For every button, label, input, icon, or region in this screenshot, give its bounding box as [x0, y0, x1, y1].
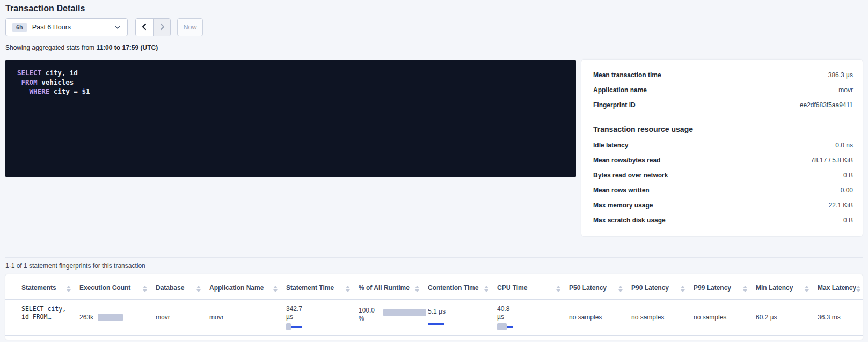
time-toolbar: 6h Past 6 Hours Now	[5, 18, 863, 36]
prev-time-button[interactable]	[136, 19, 153, 36]
resource-value: 78.17 / 5.8 KiB	[811, 157, 853, 164]
resource-label: Max memory usage	[593, 202, 653, 209]
cell-p50-latency: no samples	[569, 300, 631, 335]
resource-row: Mean rows written 0.00	[593, 183, 853, 198]
cell-p90-latency: no samples	[631, 300, 694, 335]
sql-line: SELECT city, id	[17, 68, 564, 78]
cell-execution-count: 263k	[79, 300, 156, 335]
sort-icon[interactable]	[415, 286, 419, 292]
sort-icon[interactable]	[556, 286, 560, 292]
chevron-down-icon	[114, 24, 121, 31]
column-header-contention-time[interactable]: Contention Time	[428, 284, 497, 294]
resource-label: Mean rows/bytes read	[593, 157, 660, 164]
next-time-button[interactable]	[153, 19, 170, 36]
execution-count-bar	[98, 314, 123, 321]
cell-max-latency: 36.3 ms	[818, 300, 863, 335]
chevron-left-icon	[141, 23, 148, 32]
time-range-badge: 6h	[12, 23, 27, 32]
fingerprint-count-note: 1-1 of 1 statement fingerprints for this…	[5, 262, 863, 270]
summary-row: Mean transaction time 386.3 µs	[593, 68, 853, 83]
resource-value: 22.1 KiB	[829, 202, 853, 209]
column-header-p90-latency[interactable]: P90 Latency	[631, 284, 694, 294]
sql-line: WHERE city = $1	[17, 87, 564, 96]
resource-label: Mean rows written	[593, 187, 650, 194]
transaction-details-page: Transaction Details 6h Past 6 Hours Now …	[0, 0, 868, 340]
pct-runtime-value: 100.0 %	[359, 307, 381, 335]
cell-statement-time: 342.7 µs	[286, 300, 359, 335]
stats-note-range: 11:00 to 17:59 (UTC)	[96, 44, 158, 51]
section-divider	[5, 257, 863, 258]
time-range-label: Past 6 Hours	[32, 24, 71, 31]
cell-database: movr	[156, 300, 209, 335]
content-row: SELECT city, id FROM vehicles WHERE city…	[5, 60, 863, 236]
pct-runtime-bar	[383, 309, 426, 316]
summary-label: Mean transaction time	[593, 71, 661, 79]
sort-icon[interactable]	[196, 286, 201, 292]
column-header-statement-time[interactable]: Statement Time	[286, 284, 359, 294]
sql-statement-box: SELECT city, id FROM vehicles WHERE city…	[5, 60, 576, 177]
statements-table: Statements Execution Count Database Appl…	[5, 274, 863, 340]
cell-statement[interactable]: SELECT city,id FROM…	[21, 300, 79, 335]
statements-table-header: Statements Execution Count Database Appl…	[5, 274, 863, 300]
sql-text: vehicles	[38, 78, 74, 86]
column-header-p99-latency[interactable]: P99 Latency	[694, 284, 756, 294]
summary-value: movr	[838, 86, 853, 94]
summary-label: Fingerprint ID	[593, 101, 636, 109]
resource-value: 0 B	[843, 217, 853, 224]
column-header-execution-count[interactable]: Execution Count	[79, 284, 156, 294]
cell-contention-time: 5.1 µs	[428, 300, 497, 335]
resource-row: Mean rows/bytes read 78.17 / 5.8 KiB	[593, 153, 853, 168]
column-header-statements[interactable]: Statements	[21, 284, 79, 294]
contention-time-value: 5.1 µs	[428, 308, 497, 315]
resource-label: Idle latency	[593, 142, 628, 149]
column-header-max-latency[interactable]: Max Latency	[818, 284, 863, 294]
database-value: movr	[156, 314, 170, 321]
cpu-time-bar	[497, 323, 569, 330]
resource-row: Bytes read over network 0 B	[593, 168, 853, 183]
sort-icon[interactable]	[856, 286, 860, 292]
resource-row: Idle latency 0.0 ns	[593, 138, 853, 153]
execution-count-value: 263k	[79, 314, 93, 321]
sql-line: FROM vehicles	[17, 78, 564, 87]
sort-icon[interactable]	[67, 286, 71, 292]
statement-link[interactable]: SELECT city,id FROM…	[21, 305, 79, 321]
stats-note-prefix: Showing aggregated stats from	[5, 44, 96, 51]
summary-row: Application name movr	[593, 83, 853, 98]
sort-icon[interactable]	[484, 286, 488, 292]
column-header-cpu-time[interactable]: CPU Time	[497, 284, 569, 294]
column-header-database[interactable]: Database	[156, 284, 209, 294]
sort-icon[interactable]	[346, 286, 350, 292]
sort-icon[interactable]	[743, 286, 747, 292]
sort-icon[interactable]	[273, 286, 278, 292]
sort-icon[interactable]	[681, 286, 685, 292]
sql-keyword: FROM	[21, 78, 38, 86]
column-header-application-name[interactable]: Application Name	[209, 284, 286, 294]
statement-time-bar	[286, 323, 359, 330]
statement-time-value: 342.7 µs	[286, 305, 311, 321]
summary-value: 386.3 µs	[828, 71, 853, 79]
application-name-value: movr	[209, 314, 224, 321]
resource-value: 0 B	[843, 172, 853, 179]
cell-min-latency: 60.2 µs	[756, 300, 818, 335]
statement-row: SELECT city,id FROM… 263k movr movr 342.…	[5, 300, 863, 336]
sql-keyword: SELECT	[17, 69, 41, 77]
resource-value: 0.00	[841, 187, 853, 194]
cpu-time-value: 40.8 µs	[497, 305, 516, 321]
summary-row: Fingerprint ID ee2df683f5aa9411	[593, 98, 853, 113]
time-nav-group	[135, 18, 171, 36]
now-button[interactable]: Now	[177, 18, 203, 36]
cell-pct-runtime: 100.0 %	[359, 300, 428, 335]
sort-icon[interactable]	[618, 286, 623, 292]
cell-cpu-time: 40.8 µs	[497, 300, 569, 335]
sort-icon[interactable]	[805, 286, 809, 292]
column-header-pct-runtime[interactable]: % of All Runtime	[359, 284, 428, 294]
sort-icon[interactable]	[143, 286, 147, 292]
p50-latency-value: no samples	[569, 314, 602, 321]
summary-value: ee2df683f5aa9411	[800, 101, 853, 109]
contention-time-bar	[428, 319, 497, 325]
column-header-min-latency[interactable]: Min Latency	[756, 284, 818, 294]
resource-row: Max memory usage 22.1 KiB	[593, 198, 853, 213]
cell-application-name: movr	[209, 300, 286, 335]
column-header-p50-latency[interactable]: P50 Latency	[569, 284, 631, 294]
time-range-select[interactable]: 6h Past 6 Hours	[5, 18, 128, 36]
